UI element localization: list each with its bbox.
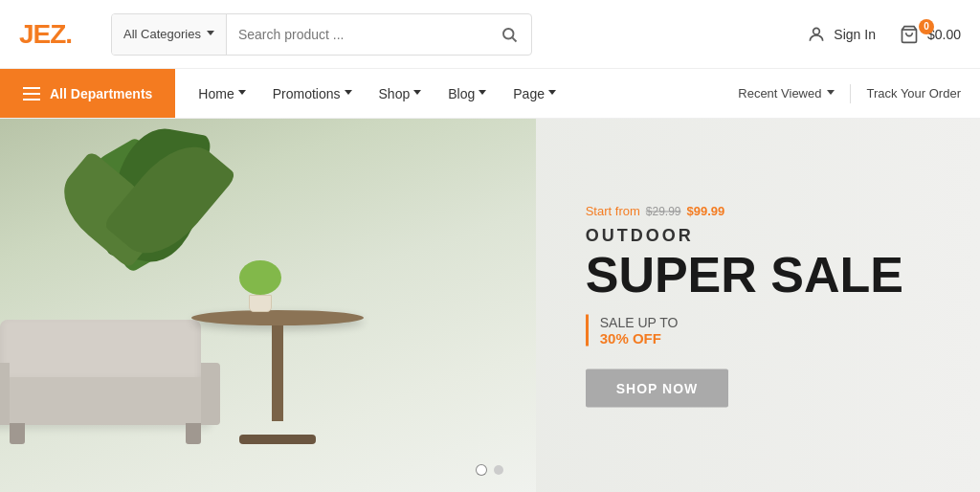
nav-links: Home Promotions Shop Blog Page: [175, 86, 738, 101]
cart-badge: 0: [919, 19, 934, 34]
hero-sale-badge: SALE UP TO 30% OFF: [586, 315, 903, 347]
recent-viewed-button[interactable]: Recent Viewed: [738, 86, 835, 101]
track-order-button[interactable]: Track Your Order: [866, 86, 961, 101]
nav-home-label: Home: [198, 86, 234, 101]
hero-banner: Start from $29.99 $99.99 OUTDOOR SUPER S…: [0, 119, 980, 492]
sign-in-label: Sign In: [834, 27, 876, 42]
hamburger-icon: [23, 87, 40, 101]
sofa-arm-left: [0, 363, 10, 425]
navbar: All Departments Home Promotions Shop Blo…: [0, 69, 980, 119]
nav-item-page[interactable]: Page: [513, 86, 556, 101]
header-right: Sign In 0 $0.00: [807, 25, 961, 44]
category-chevron-icon: [207, 31, 214, 35]
svg-line-1: [512, 37, 516, 41]
nav-promotions-chevron-icon: [345, 90, 352, 95]
search-icon: [501, 26, 518, 43]
category-label: All Categories: [123, 27, 201, 41]
search-input[interactable]: [227, 14, 487, 55]
hero-furniture-scene: [0, 119, 536, 492]
svg-point-2: [813, 28, 820, 34]
nav-shop-label: Shop: [379, 86, 411, 101]
hero-dot-1[interactable]: [477, 465, 486, 475]
nav-shop-chevron-icon: [413, 90, 421, 95]
all-departments-button[interactable]: All Departments: [0, 69, 175, 118]
nav-item-promotions[interactable]: Promotions: [273, 86, 352, 101]
table-base: [239, 435, 316, 444]
track-order-label: Track Your Order: [866, 86, 961, 101]
nav-item-shop[interactable]: Shop: [379, 86, 422, 101]
shop-now-button[interactable]: SHOP NOW: [586, 369, 729, 408]
logo-text-main: JEZ: [19, 19, 65, 49]
all-departments-label: All Departments: [50, 86, 152, 101]
big-plant: [57, 128, 211, 339]
nav-blog-chevron-icon: [479, 90, 486, 95]
hero-title: SUPER SALE: [586, 250, 903, 300]
original-price: $29.99: [646, 204, 681, 217]
small-plant-pot: [249, 295, 272, 312]
hero-dot-2[interactable]: [494, 465, 503, 475]
svg-point-0: [503, 29, 514, 39]
search-button[interactable]: [487, 14, 531, 55]
sofa-leg-left: [10, 423, 25, 444]
logo-dot: .: [65, 19, 72, 49]
cart-button[interactable]: 0 $0.00: [899, 25, 961, 44]
nav-blog-label: Blog: [448, 86, 475, 101]
hero-start-from: Start from $29.99 $99.99: [586, 204, 903, 218]
nav-divider: [850, 84, 851, 103]
nav-home-chevron-icon: [238, 90, 246, 95]
sale-up-to-label: SALE UP TO: [600, 315, 903, 330]
search-category-dropdown[interactable]: All Categories: [112, 14, 227, 55]
recent-viewed-chevron-icon: [827, 90, 835, 95]
hero-dots: [477, 465, 503, 475]
nav-page-chevron-icon: [548, 90, 556, 95]
logo[interactable]: JEZ.: [19, 19, 96, 50]
search-bar: All Categories: [111, 13, 532, 56]
side-table: [191, 310, 364, 444]
header: JEZ. All Categories Sign In 0: [0, 0, 980, 69]
small-plant-leaves: [239, 260, 281, 295]
sign-in-button[interactable]: Sign In: [807, 25, 876, 44]
sale-percent: 30% OFF: [600, 330, 903, 347]
nav-item-blog[interactable]: Blog: [448, 86, 486, 101]
nav-page-label: Page: [513, 86, 545, 101]
sale-price: $99.99: [686, 204, 724, 218]
table-top: [191, 310, 364, 325]
small-potted-plant: [239, 260, 281, 312]
sofa: [0, 320, 220, 444]
nav-item-home[interactable]: Home: [198, 86, 245, 101]
hero-subtitle: OUTDOOR: [586, 226, 903, 246]
start-from-label: Start from: [586, 204, 640, 218]
hero-content: Start from $29.99 $99.99 OUTDOOR SUPER S…: [586, 204, 903, 408]
table-leg: [272, 325, 283, 421]
sofa-seat: [0, 377, 211, 425]
cart-icon: [899, 25, 920, 44]
recent-viewed-label: Recent Viewed: [738, 86, 821, 101]
user-icon: [807, 25, 826, 44]
nav-right: Recent Viewed Track Your Order: [738, 84, 980, 103]
nav-promotions-label: Promotions: [273, 86, 341, 101]
